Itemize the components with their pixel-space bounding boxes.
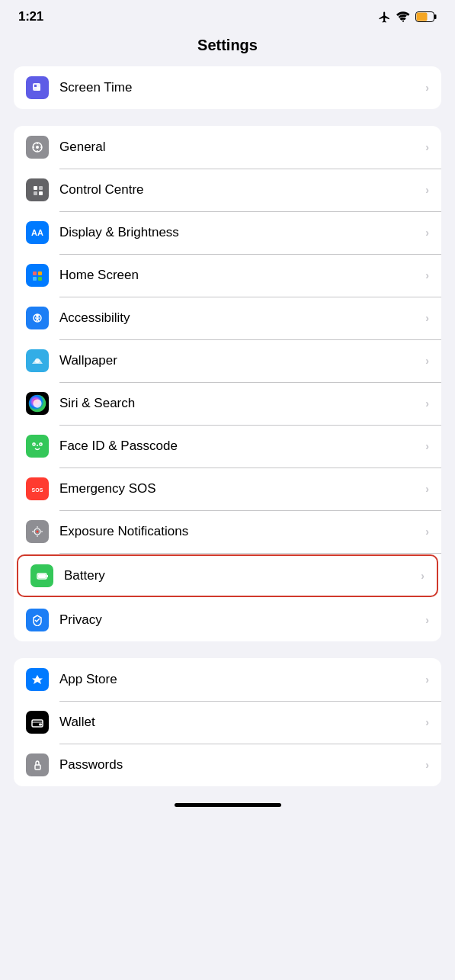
battery-label: Battery xyxy=(64,568,416,583)
svg-point-35 xyxy=(37,526,38,528)
exposure-chevron: › xyxy=(425,525,429,538)
svg-rect-19 xyxy=(33,277,37,281)
settings-row-battery[interactable]: Battery› xyxy=(17,554,438,597)
svg-rect-20 xyxy=(38,277,42,281)
svg-rect-5 xyxy=(34,85,37,87)
home-screen-icon xyxy=(26,264,49,287)
svg-point-38 xyxy=(41,531,43,532)
exposure-label: Exposure Notifications xyxy=(59,524,421,539)
wallpaper-icon xyxy=(26,349,49,372)
face-id-chevron: › xyxy=(425,440,429,452)
battery-icon xyxy=(30,564,53,587)
status-time: 1:21 xyxy=(18,9,43,24)
wallet-label: Wallet xyxy=(59,715,421,730)
settings-row-control-centre[interactable]: Control Centre› xyxy=(14,169,441,211)
control-centre-label: Control Centre xyxy=(59,182,421,198)
home-screen-label: Home Screen xyxy=(59,268,421,283)
siri-search-chevron: › xyxy=(425,397,429,410)
settings-row-display-brightness[interactable]: AA Display & Brightness› xyxy=(14,211,441,254)
passwords-icon xyxy=(26,753,49,776)
svg-point-28 xyxy=(33,399,41,407)
settings-row-wallpaper[interactable]: Wallpaper› xyxy=(14,339,441,382)
settings-row-general[interactable]: General› xyxy=(14,126,441,169)
settings-group-group2: General› Control Centre› AA Display & Br… xyxy=(14,126,441,641)
svg-rect-15 xyxy=(39,191,43,195)
svg-rect-12 xyxy=(34,186,37,190)
settings-row-app-store[interactable]: App Store› xyxy=(14,658,441,701)
settings-group-group3: App Store› Wallet› Passwords› xyxy=(14,658,441,786)
app-store-label: App Store xyxy=(59,672,421,687)
settings-row-face-id[interactable]: Face ID & Passcode› xyxy=(14,425,441,468)
svg-rect-4 xyxy=(37,87,40,91)
svg-rect-18 xyxy=(38,272,42,275)
settings-row-screen-time[interactable]: Screen Time› xyxy=(14,66,441,109)
general-icon xyxy=(26,136,49,159)
app-store-icon xyxy=(26,668,49,691)
settings-row-siri-search[interactable]: Siri & Search› xyxy=(14,382,441,425)
svg-rect-1 xyxy=(434,14,437,19)
privacy-label: Privacy xyxy=(59,612,421,628)
screen-time-icon xyxy=(26,76,49,99)
privacy-chevron: › xyxy=(425,614,429,626)
svg-rect-29 xyxy=(33,443,35,445)
svg-point-36 xyxy=(37,535,38,537)
svg-rect-17 xyxy=(33,272,37,275)
settings-row-passwords[interactable]: Passwords› xyxy=(14,744,441,786)
svg-point-34 xyxy=(37,531,39,533)
settings-container: Screen Time› General› Control Centre› AA… xyxy=(0,66,455,786)
privacy-icon xyxy=(26,609,49,631)
svg-point-37 xyxy=(32,531,34,532)
control-centre-chevron: › xyxy=(425,184,429,196)
svg-point-7 xyxy=(36,146,39,149)
svg-rect-30 xyxy=(40,443,42,445)
settings-row-privacy[interactable]: Privacy› xyxy=(14,599,441,641)
svg-text:AA: AA xyxy=(31,228,43,237)
svg-rect-13 xyxy=(39,186,43,190)
page-title: Settings xyxy=(0,31,455,66)
display-brightness-chevron: › xyxy=(425,227,429,239)
home-screen-chevron: › xyxy=(425,269,429,281)
passwords-chevron: › xyxy=(425,759,429,771)
passwords-label: Passwords xyxy=(59,757,421,773)
settings-row-emergency-sos[interactable]: SOS Emergency SOS› xyxy=(14,468,441,510)
exposure-icon xyxy=(26,520,49,543)
wallpaper-chevron: › xyxy=(425,355,429,367)
battery-chevron: › xyxy=(421,570,425,582)
wallpaper-label: Wallpaper xyxy=(59,353,421,368)
app-store-chevron: › xyxy=(425,673,429,686)
airplane-icon xyxy=(378,11,391,24)
status-bar: 1:21 xyxy=(0,0,455,31)
emergency-sos-label: Emergency SOS xyxy=(59,481,421,496)
general-label: General xyxy=(59,140,421,155)
settings-row-wallet[interactable]: Wallet› xyxy=(14,701,441,744)
svg-rect-41 xyxy=(38,574,46,578)
svg-rect-2 xyxy=(417,13,428,21)
emergency-sos-icon: SOS xyxy=(26,477,49,500)
siri-search-label: Siri & Search xyxy=(59,396,421,411)
svg-rect-40 xyxy=(46,575,48,577)
general-chevron: › xyxy=(425,141,429,153)
face-id-icon xyxy=(26,435,49,458)
svg-rect-14 xyxy=(34,191,37,195)
accessibility-icon xyxy=(26,307,49,329)
accessibility-chevron: › xyxy=(425,312,429,324)
screen-time-label: Screen Time xyxy=(59,80,421,95)
svg-rect-44 xyxy=(35,765,40,770)
settings-row-exposure[interactable]: Exposure Notifications› xyxy=(14,510,441,553)
wallet-icon xyxy=(26,711,49,734)
emergency-sos-chevron: › xyxy=(425,483,429,495)
wifi-icon xyxy=(396,11,410,22)
wallet-chevron: › xyxy=(425,716,429,728)
display-brightness-label: Display & Brightness xyxy=(59,225,421,240)
settings-row-home-screen[interactable]: Home Screen› xyxy=(14,254,441,297)
status-icons xyxy=(378,11,437,24)
face-id-label: Face ID & Passcode xyxy=(59,439,421,454)
siri-search-icon xyxy=(26,392,49,415)
control-centre-icon xyxy=(26,178,49,201)
display-brightness-icon: AA xyxy=(26,221,49,244)
svg-rect-43 xyxy=(39,724,42,726)
svg-text:SOS: SOS xyxy=(32,487,43,493)
home-indicator xyxy=(175,803,281,807)
settings-row-accessibility[interactable]: Accessibility› xyxy=(14,297,441,339)
screen-time-chevron: › xyxy=(425,82,429,94)
